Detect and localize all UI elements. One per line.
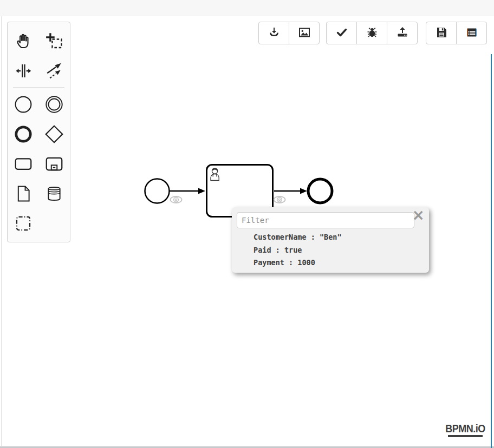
variables-popup: × CustomerName : "Ben"Paid : truePayment… bbox=[232, 207, 429, 273]
variable-line: Payment : 1000 bbox=[253, 256, 342, 269]
variable-watch-eye-icon[interactable] bbox=[274, 196, 285, 203]
close-icon[interactable]: × bbox=[412, 208, 425, 223]
sequence-flow-2[interactable] bbox=[274, 188, 307, 194]
arrowhead-icon bbox=[300, 188, 307, 194]
arrowhead-icon bbox=[198, 188, 205, 194]
end-event-shape[interactable] bbox=[308, 179, 332, 203]
start-event-shape[interactable] bbox=[145, 179, 170, 203]
sequence-flow-1[interactable] bbox=[170, 188, 205, 194]
variable-line: CustomerName : "Ben" bbox=[253, 231, 342, 244]
variable-list: CustomerName : "Ben"Paid : truePayment :… bbox=[253, 231, 342, 269]
variable-watch-eye-icon[interactable] bbox=[171, 196, 182, 203]
filter-input[interactable] bbox=[237, 212, 414, 228]
panel-resizer[interactable] bbox=[491, 54, 492, 448]
variable-line: Paid : true bbox=[253, 244, 342, 257]
